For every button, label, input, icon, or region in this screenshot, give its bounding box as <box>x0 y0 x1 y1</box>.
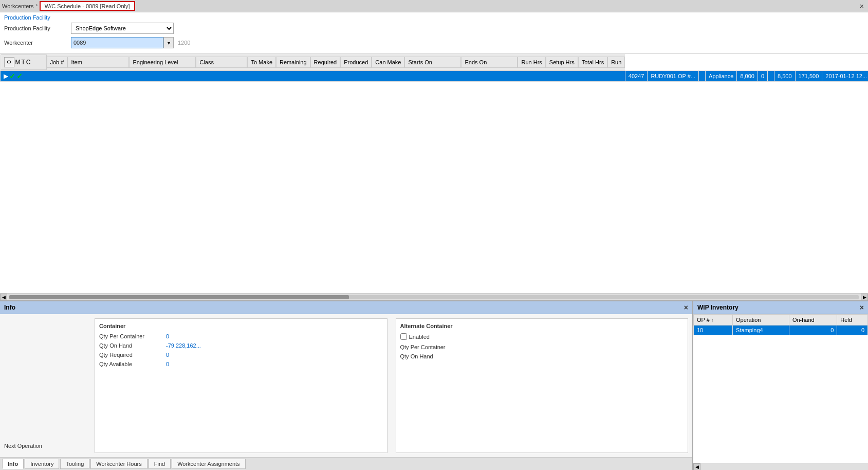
qty-per-container-value: 0 <box>166 333 169 339</box>
wip-panel-header: WIP Inventory × <box>693 301 868 314</box>
col-ends-on-header[interactable]: Ends On <box>461 57 518 68</box>
row-eng-level <box>699 71 706 82</box>
wip-col-operation[interactable]: Operation <box>733 315 789 326</box>
wip-col-op-num[interactable]: OP # ↑ <box>694 315 733 326</box>
row-remaining: 0 <box>758 71 767 82</box>
grid-table-wrapper[interactable]: ⚙ M T C Job # Item Engineering Level Cla… <box>0 54 868 293</box>
grid-section: ⚙ M T C Job # Item Engineering Level Cla… <box>0 54 868 300</box>
qty-per-container-row: Qty Per Container 0 <box>99 333 383 339</box>
wip-held: 0 <box>837 326 868 335</box>
info-panel-close-button[interactable]: × <box>684 303 688 312</box>
col-total-hrs-header[interactable]: Total Hrs <box>578 57 607 68</box>
col-can-make-header[interactable]: Can Make <box>372 57 404 68</box>
col-produced-header[interactable]: Produced <box>340 57 372 68</box>
production-facility-row: Production Facility ShopEdge Software <box>4 23 864 34</box>
col-required-header[interactable]: Required <box>310 57 341 68</box>
qty-on-hand-label: Qty On Hand <box>99 342 166 349</box>
wip-operation: Stamping4 <box>733 326 789 335</box>
row-item: RUDY001 OP #... <box>648 71 699 82</box>
scrollbar-thumb <box>9 295 349 299</box>
row-can-make: 171,500 <box>795 71 822 82</box>
row-required <box>768 71 774 82</box>
wip-scroll-area[interactable]: ◀ <box>693 463 868 470</box>
col-run-header[interactable]: Run <box>607 57 625 68</box>
col-remaining-header[interactable]: Remaining <box>276 57 310 68</box>
bottom-panels: Info × Next Operation Container Qty Per … <box>0 300 868 470</box>
tab-workcenter-assignments[interactable]: Workcenter Assignments <box>172 459 245 469</box>
workcenter-label: Workcenter <box>4 40 71 46</box>
wip-col-held[interactable]: Held <box>837 315 868 326</box>
breadcrumb[interactable]: Production Facility <box>4 14 864 21</box>
col-t-header: T <box>22 59 25 66</box>
wip-on-hand: 0 <box>789 326 837 335</box>
main-container: Production Facility Production Facility … <box>0 12 868 470</box>
expand-icon[interactable]: ▶ <box>4 73 8 80</box>
qty-on-hand-row: Qty On Hand -79,228,162... <box>99 342 383 349</box>
info-content: Next Operation Container Qty Per Contain… <box>0 314 692 457</box>
wip-scroll-left-button[interactable]: ◀ <box>693 463 700 471</box>
col-class-header[interactable]: Class <box>196 57 247 68</box>
info-panel-header: Info × <box>0 301 692 314</box>
wip-op-num: 10 <box>694 326 733 335</box>
workcenter-input[interactable] <box>71 37 163 48</box>
qty-per-container-label: Qty Per Container <box>99 333 166 339</box>
qty-available-row: Qty Available 0 <box>99 361 383 367</box>
enabled-label: Enabled <box>409 334 430 340</box>
tab-tooling[interactable]: Tooling <box>60 459 89 469</box>
col-c-header: C <box>26 59 31 66</box>
tab-inventory[interactable]: Inventory <box>25 459 59 469</box>
alt-qty-on-hand-label: Qty On Hand <box>400 353 467 359</box>
col-setup-hrs-header[interactable]: Setup Hrs <box>546 57 578 68</box>
wip-panel-close-button[interactable]: × <box>860 303 864 312</box>
check-m-icon: ✓ <box>9 72 15 80</box>
sort-icon: ↑ <box>711 318 714 323</box>
wip-header-row: OP # ↑ Operation On-hand Held <box>694 315 868 326</box>
wip-panel-title: WIP Inventory <box>697 304 738 311</box>
col-job-header[interactable]: Job # <box>47 57 68 68</box>
workcenter-display-value: 1200 <box>178 40 190 46</box>
tab-info[interactable]: Info <box>2 459 24 469</box>
table-row[interactable]: ▶ ✓ ✓ 40247 RUDY001 OP #... Appliance 8,… <box>1 71 869 82</box>
schedule-grid: ⚙ M T C Job # Item Engineering Level Cla… <box>0 54 868 82</box>
tab-workcenter-hours[interactable]: Workcenter Hours <box>90 459 147 469</box>
qty-available-label: Qty Available <box>99 361 166 367</box>
qty-required-value: 0 <box>166 352 169 358</box>
alt-qty-on-hand-row: Qty On Hand <box>400 353 684 359</box>
scroll-right-button[interactable]: ▶ <box>861 294 868 301</box>
qty-required-label: Qty Required <box>99 352 166 358</box>
tab-find[interactable]: Find <box>149 459 171 469</box>
active-tab[interactable]: W/C Schedule - 0089 [Read Only] <box>40 2 135 10</box>
col-item-header[interactable]: Item <box>67 57 129 68</box>
row-to-make: 8,000 <box>737 71 758 82</box>
qty-required-row: Qty Required 0 <box>99 352 383 358</box>
bottom-tabs: Info Inventory Tooling Workcenter Hours … <box>0 457 692 470</box>
check-t-icon: ✓ <box>16 72 23 80</box>
enabled-checkbox-row: Enabled <box>400 333 684 340</box>
grid-settings-button[interactable]: ⚙ <box>4 57 14 67</box>
col-to-make-header[interactable]: To Make <box>247 57 276 68</box>
info-left-column: Next Operation <box>4 318 86 453</box>
wip-grid[interactable]: OP # ↑ Operation On-hand Held 10 Stampin… <box>693 314 868 463</box>
wip-panel: WIP Inventory × OP # ↑ Operation On-hand… <box>693 301 868 470</box>
col-m-header: M <box>15 59 21 66</box>
top-section: Production Facility Production Facility … <box>0 12 868 54</box>
info-panel: Info × Next Operation Container Qty Per … <box>0 301 693 470</box>
scrollbar-track[interactable] <box>9 295 859 299</box>
col-starts-on-header[interactable]: Starts On <box>404 57 461 68</box>
col-run-hrs-header[interactable]: Run Hrs <box>518 57 545 68</box>
wip-col-on-hand[interactable]: On-hand <box>789 315 837 326</box>
title-bar-label: Workcenters <box>2 3 34 9</box>
row-class: Appliance <box>706 71 737 82</box>
alt-qty-per-container-row: Qty Per Container <box>400 344 684 350</box>
production-facility-select[interactable]: ShopEdge Software <box>71 23 174 34</box>
enabled-checkbox[interactable] <box>400 333 407 340</box>
window-close-button[interactable]: × <box>858 2 866 10</box>
col-header-controls: ⚙ M T C <box>1 55 47 70</box>
qty-available-value: 0 <box>166 361 169 367</box>
horizontal-scrollbar[interactable]: ◀ ▶ <box>0 293 868 300</box>
scroll-left-button[interactable]: ◀ <box>0 294 7 301</box>
col-eng-level-header[interactable]: Engineering Level <box>129 57 196 68</box>
wip-table-row[interactable]: 10 Stamping4 0 0 <box>694 326 868 335</box>
container-title: Container <box>99 323 383 329</box>
workcenter-dropdown-button[interactable]: ▾ <box>163 37 174 48</box>
